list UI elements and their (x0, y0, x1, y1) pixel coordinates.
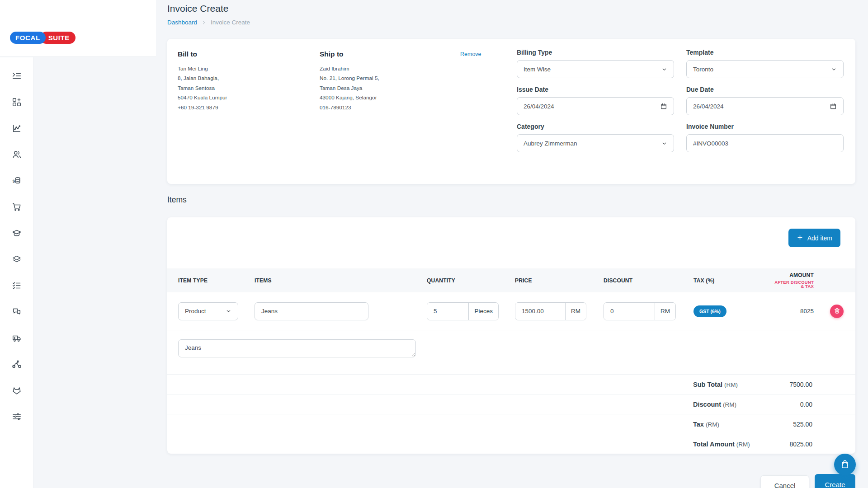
row-amount-value: 8025 (800, 308, 814, 314)
add-item-label: Add item (807, 235, 832, 242)
col-item-type: ITEM TYPE (178, 277, 255, 284)
bill-to-line: Tan Mei Ling (178, 64, 313, 74)
bill-to-line: 50470 Kuala Lumpur (178, 93, 313, 103)
items-card: Add item ITEM TYPE ITEMS QUANTITY PRICE … (167, 217, 855, 454)
playlist-icon (12, 71, 22, 81)
billing-type-select[interactable]: Item Wise (517, 60, 674, 78)
page-title: Invoice Create (167, 3, 228, 14)
preferences-icon (12, 412, 22, 422)
billing-type-field: Billing Type Item Wise (517, 49, 674, 78)
col-tax: TAX (%) (693, 277, 774, 284)
totals-section: Sub Total (RM) 7500.00 Discount (RM) 0.0… (167, 374, 855, 454)
sidebar-item-education[interactable] (11, 228, 22, 239)
trash-icon (834, 307, 840, 315)
chevron-right-icon (201, 20, 207, 25)
breadcrumb-dashboard-link[interactable]: Dashboard (167, 19, 197, 26)
sidebar-item-tasks[interactable] (11, 280, 22, 291)
template-value: Toronto (693, 66, 831, 73)
shopping-bag-icon (840, 459, 850, 470)
bill-to-heading: Bill to (178, 50, 313, 58)
sidebar-item-playlist[interactable] (11, 70, 22, 81)
chevron-down-icon (831, 66, 837, 72)
layers-icon (12, 254, 22, 264)
bill-to-line: Taman Sentosa (178, 84, 313, 93)
brand-logo-focal: FOCAL (10, 32, 46, 44)
calendar-icon[interactable] (830, 103, 837, 110)
rider-icon (12, 359, 22, 369)
item-row: Product Pieces RM RM GST (6%) 8025 (167, 292, 855, 330)
sidebar-item-finance[interactable]: $ (11, 175, 22, 186)
billing-type-value: Item Wise (524, 66, 661, 73)
discount-input[interactable] (604, 303, 655, 320)
gitlab-icon (12, 385, 22, 395)
ship-to-line: Taman Desa Jaya (320, 84, 455, 93)
items-table-header: ITEM TYPE ITEMS QUANTITY PRICE DISCOUNT … (167, 268, 855, 292)
calendar-icon[interactable] (660, 103, 667, 110)
tax-total-row: Tax (RM) 525.00 (167, 414, 855, 434)
due-date-field: Due Date 26/04/2024 (686, 86, 844, 115)
tasks-icon (12, 281, 22, 291)
due-date-input[interactable]: 26/04/2024 (686, 97, 844, 115)
category-label: Category (517, 123, 674, 130)
sidebar-item-rider[interactable] (11, 359, 22, 370)
issue-date-input[interactable]: 26/04/2024 (517, 97, 674, 115)
chevron-down-icon (661, 66, 667, 72)
floating-cart-button[interactable] (834, 454, 856, 475)
subtotal-value: 7500.00 (789, 381, 812, 388)
price-input[interactable] (515, 303, 565, 320)
invoice-number-input[interactable] (686, 134, 844, 152)
price-group: RM (515, 302, 586, 320)
item-name-input[interactable] (255, 302, 368, 320)
sidebar-rail: $ (0, 57, 34, 488)
item-description-textarea[interactable]: Jeans (178, 339, 416, 357)
col-amount: AMOUNT AFTER DISCOUNT & TAX (774, 272, 844, 289)
sidebar-item-users[interactable] (11, 149, 22, 160)
tax-total-value: 525.00 (793, 421, 812, 428)
chevron-down-icon (226, 308, 231, 314)
invoice-number-field: Invoice Number (686, 123, 844, 152)
category-select[interactable]: Aubrey Zimmerman (517, 134, 674, 152)
items-section-heading: Items (167, 195, 187, 205)
delete-row-button[interactable] (830, 305, 844, 318)
add-item-button[interactable]: Add item (788, 229, 840, 247)
total-amount-row: Total Amount (RM) 8025.00 (167, 434, 855, 454)
ship-to-block: Ship to Zaid Ibrahim No. 21, Lorong Perm… (320, 50, 455, 113)
discount-total-label: Discount (RM) (693, 401, 736, 408)
sidebar-item-messages[interactable] (11, 306, 22, 317)
total-amount-value: 8025.00 (789, 441, 812, 448)
cancel-button[interactable]: Cancel (760, 475, 809, 488)
sidebar-item-gitlab[interactable] (11, 385, 22, 396)
discount-total-value: 0.00 (800, 401, 812, 408)
due-date-label: Due Date (686, 86, 844, 93)
sidebar-item-analytics[interactable] (11, 123, 22, 134)
users-icon (12, 150, 22, 160)
invoice-fields-grid: Billing Type Item Wise Template Toronto … (517, 49, 844, 152)
billing-type-label: Billing Type (517, 49, 674, 56)
issue-date-value: 26/04/2024 (524, 103, 660, 110)
svg-text:$: $ (13, 179, 15, 183)
finance-icon: $ (12, 176, 22, 186)
sidebar-item-widgets[interactable] (11, 97, 22, 108)
col-quantity: QUANTITY (427, 277, 515, 284)
total-amount-label: Total Amount (RM) (693, 441, 750, 448)
breadcrumb: Dashboard Invoice Create (167, 19, 250, 26)
template-field: Template Toronto (686, 49, 844, 78)
messages-icon (12, 307, 22, 317)
create-button[interactable]: Create (815, 474, 855, 488)
price-currency-addon: RM (565, 303, 586, 320)
quantity-input[interactable] (427, 303, 468, 320)
brand-logo[interactable]: FOCAL SUITE (10, 32, 75, 44)
tax-total-label: Tax (RM) (693, 421, 719, 428)
sidebar-item-cart[interactable] (11, 202, 22, 212)
ship-to-line: Zaid Ibrahim (320, 64, 455, 74)
remove-customer-button[interactable]: Remove (460, 51, 481, 57)
cart-icon (12, 202, 22, 212)
analytics-icon (12, 123, 22, 133)
sidebar-item-layers[interactable] (11, 254, 22, 265)
col-discount: DISCOUNT (604, 277, 693, 284)
sidebar-item-delivery[interactable] (11, 333, 22, 343)
item-type-select[interactable]: Product (178, 302, 238, 320)
template-select[interactable]: Toronto (686, 60, 844, 78)
quantity-group: Pieces (427, 302, 499, 320)
sidebar-item-preferences[interactable] (11, 411, 22, 422)
